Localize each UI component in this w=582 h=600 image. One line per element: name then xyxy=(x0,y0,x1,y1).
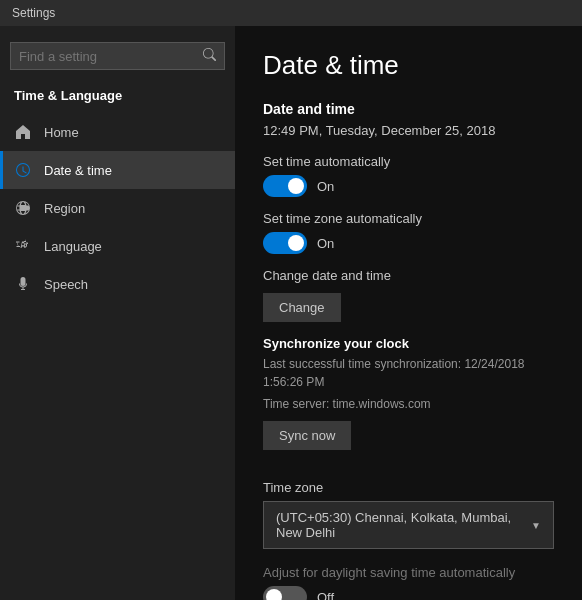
search-input[interactable] xyxy=(19,49,203,64)
set-time-auto-toggle[interactable] xyxy=(263,175,307,197)
current-datetime: 12:49 PM, Tuesday, December 25, 2018 xyxy=(263,123,554,138)
daylight-toggle[interactable] xyxy=(263,586,307,600)
set-timezone-auto-toggle[interactable] xyxy=(263,232,307,254)
set-timezone-auto-row: On xyxy=(263,232,554,254)
timezone-dropdown[interactable]: (UTC+05:30) Chennai, Kolkata, Mumbai, Ne… xyxy=(263,501,554,549)
daylight-label: Adjust for daylight saving time automati… xyxy=(263,565,554,580)
sidebar-item-home[interactable]: Home xyxy=(0,113,235,151)
sidebar-item-speech[interactable]: Speech xyxy=(0,265,235,303)
title-bar: Settings xyxy=(0,0,582,26)
page-title: Date & time xyxy=(263,50,554,81)
sync-last-info: Last successful time synchronization: 12… xyxy=(263,355,554,391)
search-icon xyxy=(203,48,216,64)
sidebar-item-language[interactable]: Language xyxy=(0,227,235,265)
set-timezone-auto-label: Set time zone automatically xyxy=(263,211,554,226)
change-button[interactable]: Change xyxy=(263,293,341,322)
clock-icon xyxy=(14,161,32,179)
language-icon xyxy=(14,237,32,255)
sidebar-item-region-label: Region xyxy=(44,201,85,216)
set-time-auto-knob xyxy=(288,178,304,194)
daylight-knob xyxy=(266,589,282,600)
home-icon xyxy=(14,123,32,141)
timezone-dropdown-arrow: ▼ xyxy=(531,520,541,531)
timezone-section: Time zone (UTC+05:30) Chennai, Kolkata, … xyxy=(263,480,554,549)
title-bar-label: Settings xyxy=(12,6,55,20)
sidebar-item-home-label: Home xyxy=(44,125,79,140)
set-time-auto-row: On xyxy=(263,175,554,197)
search-box[interactable] xyxy=(10,42,225,70)
sync-title: Synchronize your clock xyxy=(263,336,554,351)
set-timezone-auto-state: On xyxy=(317,236,334,251)
change-datetime-label: Change date and time xyxy=(263,268,554,283)
set-time-auto-label: Set time automatically xyxy=(263,154,554,169)
set-timezone-auto-knob xyxy=(288,235,304,251)
sync-section: Synchronize your clock Last successful t… xyxy=(263,336,554,464)
timezone-label: Time zone xyxy=(263,480,554,495)
sidebar-item-speech-label: Speech xyxy=(44,277,88,292)
globe-icon xyxy=(14,199,32,217)
section-header: Date and time xyxy=(263,101,554,117)
microphone-icon xyxy=(14,275,32,293)
sidebar-item-date-time[interactable]: Date & time xyxy=(0,151,235,189)
timezone-value: (UTC+05:30) Chennai, Kolkata, Mumbai, Ne… xyxy=(276,510,531,540)
sidebar-item-date-time-label: Date & time xyxy=(44,163,112,178)
set-time-auto-state: On xyxy=(317,179,334,194)
sidebar-item-language-label: Language xyxy=(44,239,102,254)
main-container: Time & Language Home Date & time xyxy=(0,26,582,600)
sync-time-server: Time server: time.windows.com xyxy=(263,395,554,413)
sync-now-button[interactable]: Sync now xyxy=(263,421,351,450)
daylight-row: Off xyxy=(263,586,554,600)
sidebar-item-region[interactable]: Region xyxy=(0,189,235,227)
sidebar-section-title: Time & Language xyxy=(0,82,235,113)
daylight-state: Off xyxy=(317,590,334,601)
content-area: Date & time Date and time 12:49 PM, Tues… xyxy=(235,26,582,600)
sidebar: Time & Language Home Date & time xyxy=(0,26,235,600)
